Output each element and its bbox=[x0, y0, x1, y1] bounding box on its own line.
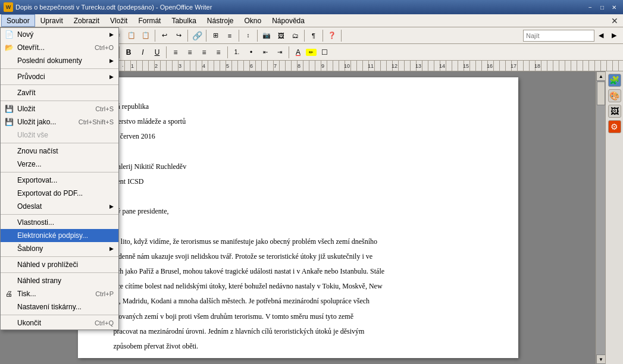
sidebar-gallery-btn[interactable]: 🖼 bbox=[608, 105, 621, 118]
vertical-scrollbar: ▲ ▼ bbox=[596, 71, 605, 364]
dd-label-reload: Znovu načíst bbox=[17, 147, 58, 155]
dd-item-pagepreview[interactable]: Náhled strany bbox=[1, 274, 118, 287]
dd-item-export[interactable]: Exportovat... bbox=[1, 174, 118, 187]
doc-line-12: ech jako Paříž a Brusel, mohou takové tr… bbox=[114, 266, 483, 277]
menu-okno[interactable]: Okno bbox=[239, 14, 267, 27]
tb-redo[interactable]: ↪ bbox=[172, 29, 185, 42]
menu-zobrazit[interactable]: Zobrazit bbox=[68, 14, 105, 27]
dd-label-close: Zavřít bbox=[17, 89, 36, 97]
dd-label-saveas: Uložit jako... bbox=[17, 118, 56, 126]
dd-item-versions[interactable]: Verze... bbox=[1, 158, 118, 171]
dd-label-quit: Ukončit bbox=[17, 319, 41, 327]
dd-item-quit[interactable]: UkončitCtrl+Q bbox=[1, 316, 118, 330]
dd-shortcut-print: Ctrl+P bbox=[95, 290, 114, 297]
list-num-button[interactable]: 1. bbox=[230, 46, 243, 59]
align-center-button[interactable]: ≡ bbox=[183, 46, 196, 59]
tb-sep3 bbox=[155, 30, 155, 42]
indent-dec-button[interactable]: ⇤ bbox=[259, 46, 272, 59]
tb-paste[interactable]: 📋 bbox=[139, 29, 152, 42]
menu-format[interactable]: Formát bbox=[133, 14, 166, 27]
doc-line-5: Valerij Nikitič Ruchleděv bbox=[114, 161, 483, 172]
dd-item-close[interactable]: Zavřít bbox=[1, 86, 118, 99]
italic-button[interactable]: I bbox=[136, 46, 149, 59]
sidebar-functions-btn[interactable]: ⚙ bbox=[608, 120, 621, 133]
tb-copy[interactable]: 📋 bbox=[125, 29, 138, 42]
menu-tabulka[interactable]: Tabulka bbox=[166, 14, 201, 27]
dd-item-templates[interactable]: Šablony▶ bbox=[1, 242, 118, 255]
dd-arrow-send: ▶ bbox=[109, 203, 114, 209]
menu-vlozit[interactable]: Vložit bbox=[105, 14, 133, 27]
border-button[interactable]: ☐ bbox=[318, 46, 331, 59]
menu-nastroje[interactable]: Nástroje bbox=[202, 14, 239, 27]
fmt-sep2 bbox=[166, 46, 167, 58]
maximize-button[interactable]: □ bbox=[597, 2, 608, 12]
fmt-sep1 bbox=[119, 46, 120, 58]
tb-insertrow[interactable]: ≡ bbox=[223, 29, 236, 42]
tb-para[interactable]: ¶ bbox=[307, 29, 320, 42]
menu-close-x[interactable]: ✕ bbox=[608, 15, 622, 27]
doc-line-6: dent ICSD bbox=[114, 176, 483, 187]
dd-item-open[interactable]: 📂Otevřít...Ctrl+O bbox=[1, 41, 118, 54]
find-prev[interactable]: ◀ bbox=[594, 29, 608, 42]
menu-napoveda[interactable]: Nápověda bbox=[267, 14, 310, 27]
menu-upravit[interactable]: Upravit bbox=[35, 14, 68, 27]
align-left-button[interactable]: ≡ bbox=[169, 46, 182, 59]
dd-item-new[interactable]: 📄Nový▶ bbox=[1, 28, 118, 41]
sidebar-extensions-btn[interactable]: 🧩 bbox=[608, 74, 621, 87]
minimize-button[interactable]: − bbox=[585, 2, 596, 12]
find-input[interactable] bbox=[523, 30, 594, 42]
bold-button[interactable]: B bbox=[122, 46, 135, 59]
tb-help[interactable]: ❓ bbox=[325, 29, 339, 42]
dd-label-pagepreview: Náhled strany bbox=[17, 277, 61, 285]
dd-item-printsetup[interactable]: Nastavení tiskárny... bbox=[1, 300, 118, 313]
align-right-button[interactable]: ≡ bbox=[198, 46, 211, 59]
dd-item-props[interactable]: Vlastnosti... bbox=[1, 216, 118, 229]
dd-item-wizard[interactable]: Průvodci▶ bbox=[1, 70, 118, 83]
dd-item-saveas[interactable]: 💾Uložit jako...Ctrl+Shift+S bbox=[1, 115, 118, 128]
dd-item-reload[interactable]: Znovu načíst bbox=[1, 145, 118, 158]
scroll-down-button[interactable]: ▼ bbox=[596, 354, 606, 364]
tb-drawfunc[interactable]: ↕ bbox=[242, 29, 255, 42]
dd-separator-18 bbox=[1, 214, 118, 215]
underline-button[interactable]: U bbox=[151, 46, 164, 59]
dd-item-recent[interactable]: Poslední dokumenty▶ bbox=[1, 54, 118, 67]
tb-sep5 bbox=[206, 30, 206, 42]
dd-label-send: Odeslat bbox=[17, 202, 42, 211]
fmt-sep3 bbox=[227, 46, 228, 58]
find-next[interactable]: ▶ bbox=[608, 29, 621, 42]
dd-separator-28 bbox=[1, 315, 118, 315]
scroll-track[interactable] bbox=[596, 81, 605, 354]
indent-inc-button[interactable]: ⇥ bbox=[273, 46, 286, 59]
sidebar-styles-btn[interactable]: 🎨 bbox=[608, 89, 621, 102]
dd-item-send[interactable]: Odeslat▶ bbox=[1, 200, 118, 213]
scroll-up-button[interactable]: ▲ bbox=[596, 71, 606, 81]
menu-soubor[interactable]: Soubor bbox=[1, 14, 35, 27]
tb-hyperlink[interactable]: 🔗 bbox=[190, 29, 204, 42]
tb-navigator[interactable]: 🖼 bbox=[274, 29, 287, 42]
dd-icon-saveas: 💾 bbox=[4, 117, 14, 127]
doc-line-4 bbox=[114, 146, 483, 158]
tb-sidebar[interactable]: 🗂 bbox=[289, 29, 302, 42]
dd-label-wizard: Průvodci bbox=[17, 73, 45, 81]
doc-line-1: ká republika bbox=[114, 101, 483, 112]
tb-table[interactable]: ⊞ bbox=[209, 29, 222, 42]
doc-line-8: ný pane presidente, bbox=[114, 206, 483, 217]
dd-separator-14 bbox=[1, 172, 118, 172]
tb-undo[interactable]: ↩ bbox=[158, 29, 171, 42]
font-color-button[interactable]: A bbox=[292, 46, 305, 59]
doc-line-17: způsobem přervat život oběti. bbox=[114, 341, 483, 352]
dd-item-save[interactable]: 💾UložitCtrl+S bbox=[1, 102, 118, 115]
tb-sep7 bbox=[257, 30, 258, 42]
tb-gallery[interactable]: 📷 bbox=[260, 29, 273, 42]
app-icon: W bbox=[4, 2, 13, 12]
justify-button[interactable]: ≡ bbox=[212, 46, 225, 59]
close-button[interactable]: ✕ bbox=[609, 2, 619, 12]
dd-item-print[interactable]: 🖨Tisk...Ctrl+P bbox=[1, 287, 118, 300]
highlight-button[interactable]: ✏ bbox=[306, 49, 317, 56]
list-bullet-button[interactable]: • bbox=[245, 46, 258, 59]
dd-item-exportpdf[interactable]: Exportovat do PDF... bbox=[1, 187, 118, 200]
scroll-thumb[interactable] bbox=[597, 81, 605, 105]
dd-item-preview[interactable]: Náhled v prohlížeči bbox=[1, 258, 118, 271]
dd-separator-3 bbox=[1, 68, 118, 69]
dd-item-digsig[interactable]: Elektronické podpisy... bbox=[1, 229, 118, 242]
